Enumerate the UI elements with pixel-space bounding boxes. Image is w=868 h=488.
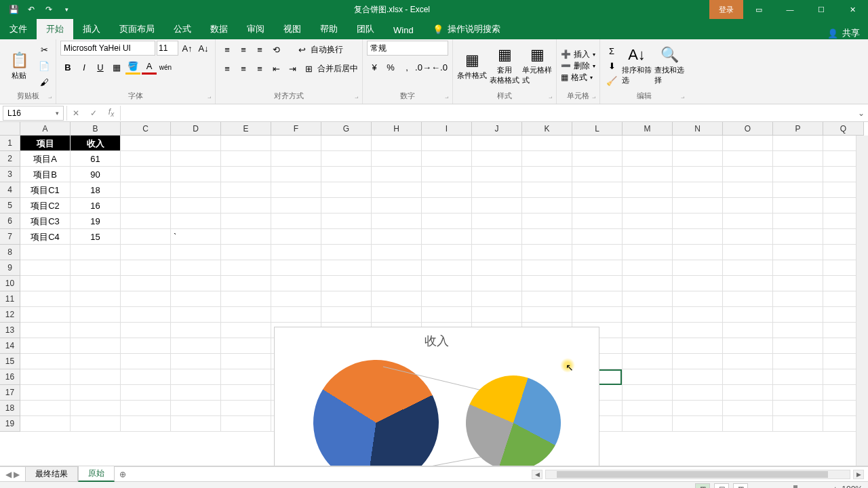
cell[interactable] (623, 214, 673, 229)
merge-label[interactable]: 合并后居中 (317, 61, 358, 76)
increase-decimal-icon[interactable]: .0→ (416, 60, 431, 75)
cell[interactable]: 项目C4 (20, 229, 71, 245)
cell[interactable] (271, 136, 321, 151)
cell[interactable] (221, 354, 271, 369)
cell[interactable] (522, 182, 572, 198)
decrease-font-icon[interactable]: A↓ (196, 41, 211, 56)
cell[interactable] (71, 416, 121, 432)
cell[interactable] (321, 245, 372, 260)
login-button[interactable]: 登录 (709, 0, 743, 19)
row-header-17[interactable]: 17 (0, 385, 20, 401)
cell[interactable] (171, 214, 221, 229)
hscroll-right-icon[interactable]: ▶ (853, 470, 864, 479)
cell[interactable] (171, 276, 221, 291)
tab-view[interactable]: 视图 (274, 19, 311, 39)
row-header-12[interactable]: 12 (0, 307, 20, 323)
cell[interactable] (221, 229, 271, 245)
cell[interactable] (372, 136, 422, 151)
cell[interactable] (773, 385, 823, 401)
cell[interactable] (623, 151, 673, 167)
cell[interactable] (472, 276, 522, 291)
cell[interactable] (71, 338, 121, 354)
cell[interactable] (121, 338, 171, 354)
cell[interactable] (221, 416, 271, 432)
cell[interactable] (773, 136, 823, 151)
cell[interactable] (723, 291, 773, 307)
tab-file[interactable]: 文件 (0, 19, 37, 39)
cell[interactable] (321, 229, 372, 245)
cell[interactable] (121, 401, 171, 416)
cell[interactable] (472, 291, 522, 307)
cell[interactable] (723, 245, 773, 260)
cell[interactable] (572, 198, 623, 214)
cell[interactable]: 项目B (20, 167, 71, 182)
secondary-pie[interactable] (453, 363, 572, 466)
row-header-6[interactable]: 6 (0, 214, 20, 229)
column-header-Q[interactable]: Q (823, 122, 864, 136)
font-color-icon[interactable]: A (142, 60, 157, 75)
cell[interactable]: 18 (71, 182, 121, 198)
font-name-select[interactable] (60, 41, 155, 56)
cell[interactable] (422, 291, 472, 307)
row-header-14[interactable]: 14 (0, 338, 20, 354)
column-header-A[interactable]: A (20, 122, 71, 136)
cell[interactable] (372, 198, 422, 214)
cell[interactable] (723, 229, 773, 245)
cell[interactable] (773, 151, 823, 167)
chart-object[interactable]: 收入 项目A项目B项目C1项目C2项目C3项目C4 (274, 327, 599, 466)
cell[interactable] (673, 385, 723, 401)
cell[interactable] (623, 291, 673, 307)
minimize-icon[interactable]: — (774, 0, 806, 19)
cell[interactable]: 16 (71, 198, 121, 214)
cell[interactable] (572, 151, 623, 167)
column-header-C[interactable]: C (121, 122, 171, 136)
cell[interactable] (20, 369, 71, 385)
cell[interactable] (623, 385, 673, 401)
phonetic-icon[interactable]: wén (158, 60, 173, 75)
cell[interactable] (321, 307, 372, 323)
horizontal-scrollbar[interactable] (545, 470, 850, 479)
cell[interactable]: 收入 (71, 136, 121, 151)
number-format-select[interactable] (367, 41, 448, 56)
cell[interactable] (422, 307, 472, 323)
cut-icon[interactable]: ✂ (37, 42, 52, 57)
decrease-indent-icon[interactable]: ⇤ (269, 61, 283, 76)
cell[interactable] (522, 136, 572, 151)
cell[interactable] (171, 182, 221, 198)
cell[interactable] (321, 182, 372, 198)
align-right-icon[interactable]: ≡ (252, 61, 267, 76)
border-icon[interactable]: ▦ (109, 60, 124, 75)
cell[interactable] (522, 260, 572, 276)
cell[interactable] (171, 307, 221, 323)
cell[interactable] (271, 198, 321, 214)
cell[interactable] (121, 167, 171, 182)
cell[interactable] (673, 245, 723, 260)
cell[interactable] (572, 245, 623, 260)
cell[interactable] (773, 291, 823, 307)
cell[interactable] (121, 198, 171, 214)
row-header-11[interactable]: 11 (0, 291, 20, 307)
cell[interactable] (422, 136, 472, 151)
cell[interactable] (121, 214, 171, 229)
name-box[interactable]: L16 (3, 106, 64, 121)
cell[interactable] (221, 385, 271, 401)
cell[interactable] (572, 291, 623, 307)
cell[interactable] (121, 291, 171, 307)
cell[interactable] (171, 198, 221, 214)
cell[interactable] (171, 323, 221, 338)
cell[interactable] (221, 167, 271, 182)
chart-title[interactable]: 收入 (275, 327, 599, 349)
comma-icon[interactable]: , (399, 60, 414, 75)
cell[interactable] (271, 245, 321, 260)
cell[interactable] (171, 167, 221, 182)
cell[interactable] (221, 151, 271, 167)
cell[interactable] (422, 214, 472, 229)
save-icon[interactable]: 💾 (5, 1, 22, 18)
cell[interactable]: 项目A (20, 151, 71, 167)
cell[interactable] (723, 354, 773, 369)
column-header-M[interactable]: M (623, 122, 673, 136)
cell[interactable]: 15 (71, 229, 121, 245)
column-header-O[interactable]: O (723, 122, 773, 136)
column-header-K[interactable]: K (522, 122, 572, 136)
cell[interactable] (723, 307, 773, 323)
